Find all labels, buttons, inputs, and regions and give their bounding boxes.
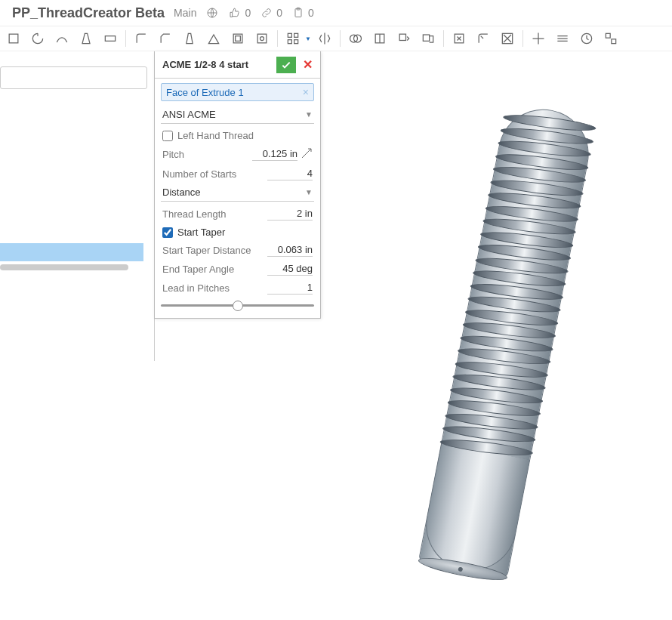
toolbar-separator: [125, 30, 126, 47]
svg-rect-10: [294, 33, 298, 37]
dropdown-caret-icon[interactable]: ▼: [305, 35, 311, 42]
tool-pattern[interactable]: [282, 28, 304, 49]
clipboard-icon: [291, 6, 305, 20]
likes-stat[interactable]: 0: [228, 6, 251, 20]
starts-row: Number of Starts 4: [161, 165, 314, 184]
tool-mirror[interactable]: [314, 28, 335, 49]
remove-chip-icon[interactable]: ×: [303, 86, 309, 98]
feature-tree-selected-row[interactable]: [0, 243, 143, 261]
tool-move-face[interactable]: [393, 28, 415, 49]
starts-label: Number of Starts: [162, 168, 236, 180]
feature-tree-panel: [0, 51, 155, 361]
tool-extrude[interactable]: [3, 28, 24, 49]
svg-rect-5: [233, 34, 242, 43]
globe-icon[interactable]: [205, 6, 219, 20]
links-stat[interactable]: 0: [260, 6, 282, 20]
tool-chamfer[interactable]: [155, 28, 176, 49]
taper-angle-input[interactable]: 45 deg: [267, 263, 313, 276]
lead-pitches-slider[interactable]: [161, 304, 314, 307]
lead-pitches-row: Lead in Pitches 1: [161, 279, 314, 298]
tool-delete-part[interactable]: [497, 28, 518, 49]
dialog-title: ACME 1/2-8 4 start: [162, 59, 273, 70]
tool-draft[interactable]: [179, 28, 200, 49]
chevron-down-icon: ▼: [305, 110, 313, 119]
svg-rect-6: [236, 36, 241, 42]
svg-rect-4: [105, 36, 115, 42]
tool-fillet[interactable]: [131, 28, 152, 49]
svg-rect-11: [288, 40, 291, 44]
3d-viewport[interactable]: [325, 76, 642, 604]
thread-standard-dropdown[interactable]: ANSI ACME ▼: [161, 106, 314, 124]
tool-shell[interactable]: [227, 28, 248, 49]
start-taper-checkbox-row[interactable]: Start Taper: [161, 224, 314, 241]
chevron-down-icon: ▼: [305, 188, 313, 196]
tool-hole[interactable]: [251, 28, 273, 49]
svg-rect-7: [257, 34, 267, 43]
taper-distance-row: Start Taper Distance 0.063 in: [161, 241, 314, 260]
confirm-button[interactable]: [276, 57, 296, 73]
thread-feature-dialog: ACME 1/2-8 4 start ✕ Face of Extrude 1 ×…: [154, 51, 321, 319]
svg-rect-12: [294, 40, 298, 44]
thumbs-up-icon: [228, 6, 242, 20]
svg-rect-22: [612, 39, 616, 44]
face-selection-label: Face of Extrude 1: [166, 87, 244, 98]
dialog-header: ACME 1/2-8 4 start ✕: [155, 51, 320, 79]
lead-pitches-label: Lead in Pitches: [162, 282, 230, 294]
cancel-button[interactable]: ✕: [299, 57, 316, 73]
feature-toolbar: ▼: [0, 26, 672, 51]
tool-sweep[interactable]: [51, 28, 72, 49]
tool-revolve[interactable]: [27, 28, 48, 49]
toolbar-separator: [522, 30, 523, 47]
tool-boolean[interactable]: [345, 28, 366, 49]
start-taper-label: Start Taper: [177, 227, 225, 238]
document-header: PP_ThreadCreator Beta Main 0 0 0: [0, 0, 672, 26]
links-count: 0: [276, 7, 282, 19]
clipboard-stat[interactable]: 0: [291, 6, 314, 20]
pitch-input[interactable]: 0.125 in: [252, 148, 297, 161]
tool-split[interactable]: [369, 28, 390, 49]
end-type-dropdown[interactable]: Distance ▼: [161, 184, 314, 202]
tool-transform[interactable]: [528, 28, 549, 49]
tool-frame[interactable]: [576, 28, 597, 49]
left-hand-checkbox[interactable]: [162, 131, 173, 141]
svg-rect-16: [399, 34, 405, 40]
thread-standard-value: ANSI ACME: [162, 109, 216, 120]
link-icon: [260, 6, 273, 20]
feature-search-input[interactable]: [0, 66, 147, 89]
lead-pitches-input[interactable]: 1: [267, 282, 313, 295]
face-selection-chip[interactable]: Face of Extrude 1 ×: [161, 83, 314, 101]
starts-input[interactable]: 4: [267, 168, 313, 180]
thread-length-row: Thread Length 2 in: [161, 205, 314, 224]
end-type-value: Distance: [162, 187, 201, 198]
start-taper-checkbox[interactable]: [162, 227, 173, 238]
tool-replace-face[interactable]: [418, 28, 439, 49]
left-hand-label: Left Hand Thread: [177, 130, 254, 141]
toolbar-separator: [340, 30, 341, 47]
tool-thicken[interactable]: [100, 28, 121, 49]
taper-distance-label: Start Taper Distance: [162, 245, 251, 256]
tool-rib[interactable]: [203, 28, 224, 49]
feature-tree-scrollbar[interactable]: [0, 264, 128, 270]
tool-delete-face[interactable]: [449, 28, 470, 49]
document-title: PP_ThreadCreator Beta: [12, 5, 165, 21]
tool-loft[interactable]: [76, 28, 97, 49]
tool-custom[interactable]: [600, 28, 621, 49]
dialog-body: Face of Extrude 1 × ANSI ACME ▼ Left Han…: [155, 79, 320, 318]
svg-point-8: [260, 37, 264, 41]
toolbar-separator: [277, 30, 278, 47]
clipboard-count: 0: [308, 7, 314, 19]
taper-distance-input[interactable]: 0.063 in: [267, 244, 313, 257]
svg-rect-17: [423, 35, 429, 41]
tool-sheet-metal[interactable]: [552, 28, 573, 49]
taper-angle-row: End Taper Angle 45 deg: [161, 260, 314, 279]
pitch-label: Pitch: [162, 149, 184, 160]
document-branch[interactable]: Main: [174, 7, 196, 19]
threaded-rod-model[interactable]: [378, 94, 633, 600]
thread-length-label: Thread Length: [162, 208, 227, 220]
left-hand-checkbox-row[interactable]: Left Hand Thread: [161, 127, 314, 144]
svg-rect-3: [9, 34, 18, 43]
tool-modify-fillet[interactable]: [473, 28, 494, 49]
taper-angle-label: End Taper Angle: [162, 264, 234, 275]
measure-icon[interactable]: [301, 147, 313, 162]
thread-length-input[interactable]: 2 in: [267, 208, 313, 221]
